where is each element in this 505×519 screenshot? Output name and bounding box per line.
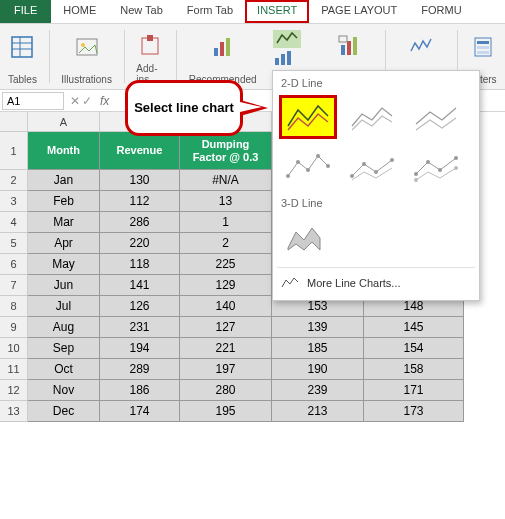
cell-dump03[interactable]: 195 <box>180 401 272 422</box>
cell-dump03[interactable]: 197 <box>180 359 272 380</box>
cell-dump03[interactable]: 1 <box>180 212 272 233</box>
row-header[interactable]: 5 <box>0 233 28 254</box>
cell-dump03[interactable]: 140 <box>180 296 272 317</box>
tab-form-tab[interactable]: Form Tab <box>175 0 245 23</box>
chart-option-line-markers[interactable] <box>279 145 337 189</box>
chart-option-line[interactable] <box>279 95 337 139</box>
svg-rect-8 <box>214 48 218 56</box>
svg-point-31 <box>286 174 290 178</box>
cell-revenue[interactable]: 141 <box>100 275 180 296</box>
more-line-charts[interactable]: More Line Charts... <box>277 270 475 296</box>
cell-month[interactable]: Apr <box>28 233 100 254</box>
row-header[interactable]: 8 <box>0 296 28 317</box>
cell-dump06[interactable]: 190 <box>272 359 364 380</box>
col-header-a[interactable]: A <box>28 112 100 132</box>
row-header[interactable]: 6 <box>0 254 28 275</box>
row-header[interactable]: 10 <box>0 338 28 359</box>
group-recommended[interactable]: Recommended <box>185 26 261 87</box>
svg-rect-7 <box>147 35 153 41</box>
chart-option-3d-line[interactable] <box>279 215 337 259</box>
svg-rect-0 <box>12 37 32 57</box>
cell-month[interactable]: Mar <box>28 212 100 233</box>
header-revenue[interactable]: Revenue <box>100 132 180 170</box>
cell-month[interactable]: Feb <box>28 191 100 212</box>
select-all-corner[interactable] <box>0 112 28 132</box>
cell-dump06[interactable]: 139 <box>272 317 364 338</box>
cell-dump03[interactable]: 129 <box>180 275 272 296</box>
row-header[interactable]: 12 <box>0 380 28 401</box>
group-tables[interactable]: Tables <box>4 26 41 87</box>
group-addins[interactable]: Add-ins <box>132 26 168 87</box>
tab-insert[interactable]: INSERT <box>245 0 309 23</box>
cell-month[interactable]: Oct <box>28 359 100 380</box>
cell-revenue[interactable]: 286 <box>100 212 180 233</box>
table-row: 10Sep194221185154 <box>0 338 505 359</box>
cell-dump03[interactable]: #N/A <box>180 170 272 191</box>
cell-month[interactable]: Jun <box>28 275 100 296</box>
cell-month[interactable]: May <box>28 254 100 275</box>
bar-chart-icon[interactable] <box>273 50 295 66</box>
cell-dump09[interactable]: 171 <box>364 380 464 401</box>
cell-revenue[interactable]: 231 <box>100 317 180 338</box>
cell-dump06[interactable]: 213 <box>272 401 364 422</box>
cell-revenue[interactable]: 118 <box>100 254 180 275</box>
cell-dump09[interactable]: 145 <box>364 317 464 338</box>
group-illustrations[interactable]: Illustrations <box>57 26 116 87</box>
tab-page-layout[interactable]: PAGE LAYOUT <box>309 0 409 23</box>
row-header[interactable]: 13 <box>0 401 28 422</box>
line-chart-button[interactable] <box>273 30 301 48</box>
chart-option-100-stacked-line-markers[interactable] <box>407 145 465 189</box>
cell-month[interactable]: Jul <box>28 296 100 317</box>
enter-icon[interactable]: ✓ <box>82 94 92 108</box>
name-box[interactable] <box>2 92 64 110</box>
cell-revenue[interactable]: 289 <box>100 359 180 380</box>
cell-revenue[interactable]: 130 <box>100 170 180 191</box>
cell-dump03[interactable]: 13 <box>180 191 272 212</box>
cell-dump06[interactable]: 185 <box>272 338 364 359</box>
cell-dump09[interactable]: 154 <box>364 338 464 359</box>
cell-month[interactable]: Jan <box>28 170 100 191</box>
row-header[interactable]: 7 <box>0 275 28 296</box>
tab-formulas[interactable]: FORMU <box>409 0 473 23</box>
table-icon <box>8 28 36 66</box>
chart-option-stacked-line-markers[interactable] <box>343 145 401 189</box>
formula-buttons: ✕ ✓ <box>66 94 96 108</box>
tab-file[interactable]: FILE <box>0 0 51 23</box>
row-header[interactable]: 9 <box>0 317 28 338</box>
row-header[interactable]: 4 <box>0 212 28 233</box>
cell-revenue[interactable]: 220 <box>100 233 180 254</box>
cell-revenue[interactable]: 174 <box>100 401 180 422</box>
cell-revenue[interactable]: 112 <box>100 191 180 212</box>
row-header[interactable]: 2 <box>0 170 28 191</box>
row-header[interactable]: 11 <box>0 359 28 380</box>
cell-revenue[interactable]: 126 <box>100 296 180 317</box>
cell-dump09[interactable]: 158 <box>364 359 464 380</box>
cell-dump03[interactable]: 221 <box>180 338 272 359</box>
cell-month[interactable]: Aug <box>28 317 100 338</box>
fx-label[interactable]: fx <box>96 94 113 108</box>
cell-dump03[interactable]: 2 <box>180 233 272 254</box>
section-3d-label: 3-D Line <box>277 195 475 215</box>
chart-option-stacked-line[interactable] <box>343 95 401 139</box>
picture-icon <box>73 28 101 66</box>
tab-new-tab[interactable]: New Tab <box>108 0 175 23</box>
header-dump03[interactable]: Dumping Factor @ 0.3 <box>180 132 272 170</box>
cell-revenue[interactable]: 186 <box>100 380 180 401</box>
svg-point-43 <box>454 156 458 160</box>
row-header[interactable]: 1 <box>0 132 28 170</box>
cancel-icon[interactable]: ✕ <box>70 94 80 108</box>
cell-month[interactable]: Dec <box>28 401 100 422</box>
cell-dump09[interactable]: 173 <box>364 401 464 422</box>
header-month[interactable]: Month <box>28 132 100 170</box>
cell-dump03[interactable]: 280 <box>180 380 272 401</box>
row-header[interactable]: 3 <box>0 191 28 212</box>
cell-month[interactable]: Sep <box>28 338 100 359</box>
tab-home[interactable]: HOME <box>51 0 108 23</box>
cell-dump06[interactable]: 239 <box>272 380 364 401</box>
cell-dump03[interactable]: 127 <box>180 317 272 338</box>
chart-option-100-stacked-line[interactable] <box>407 95 465 139</box>
more-line-label: More Line Charts... <box>307 277 401 289</box>
cell-dump03[interactable]: 225 <box>180 254 272 275</box>
cell-month[interactable]: Nov <box>28 380 100 401</box>
cell-revenue[interactable]: 194 <box>100 338 180 359</box>
